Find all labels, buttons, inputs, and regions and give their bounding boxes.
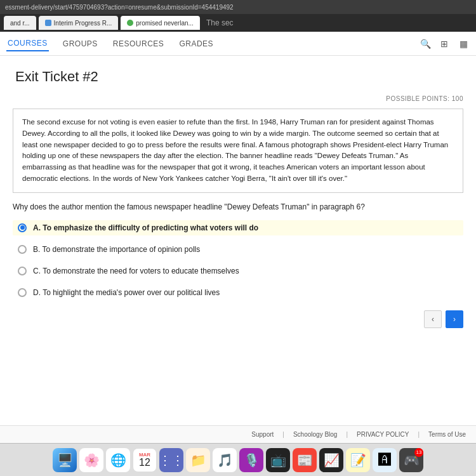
footer-privacy[interactable]: PRIVACY POLICY [357,431,409,438]
nav-item-resources[interactable]: RESOURCES [112,37,166,51]
tab-0[interactable]: and r... [4,16,36,30]
table-icon[interactable]: ▦ [457,37,470,50]
app-nav-right: 🔍 ⊞ ▦ [419,37,470,50]
prev-button[interactable]: ‹ [424,310,442,328]
radio-a[interactable] [18,223,27,232]
choice-d-label: D. To highlight the media's power over o… [33,288,220,297]
choice-d[interactable]: D. To highlight the media's power over o… [13,285,463,300]
footer-div-3: | [418,431,420,438]
footer-div-1: | [282,431,284,438]
radio-b[interactable] [18,245,27,254]
nav-item-courses[interactable]: COURSES [6,36,49,51]
choice-a-label: A. To emphasize the difficulty of predic… [33,223,258,232]
dock-stocks[interactable]: 📈 [319,448,343,472]
dock-podcast[interactable]: 🎙️ [239,448,263,472]
footer-div-2: | [346,431,348,438]
app-navigation: COURSES GROUPS RESOURCES GRADES 🔍 ⊞ ▦ [0,32,476,56]
dock-photos[interactable]: 🌸 [79,448,103,472]
dock-finder[interactable]: 🖥️ [53,448,77,472]
dock-appstore[interactable]: 🅰 [373,448,397,472]
tab-1[interactable]: Interim Progress R... [39,16,119,30]
dock-date-day: 12 [139,458,150,468]
nav-buttons: ‹ › [13,310,463,328]
footer-blog[interactable]: Schoology Blog [293,431,338,438]
choice-b-label: B. To demonstrate the importance of opin… [33,245,200,254]
footer: Support | Schoology Blog | PRIVACY POLIC… [0,425,476,443]
tab-label-2: promised neverlan... [136,20,194,27]
passage-text: The second excuse for not voting is even… [22,118,448,182]
nav-item-groups[interactable]: GROUPS [62,37,99,51]
tab-2[interactable]: promised neverlan... [121,16,200,30]
main-content: Exit Ticket #2 POSSIBLE POINTS: 100 The … [0,56,476,334]
dock-notes[interactable]: 📝 [346,448,370,472]
choice-c[interactable]: C. To demonstrate the need for voters to… [13,263,463,279]
question-text: Why does the author mention the famous n… [13,202,463,213]
dock-folder[interactable]: 📁 [186,448,210,472]
grid-icon[interactable]: ⊞ [438,37,451,50]
tab-label-0: and r... [10,20,30,27]
dock-appletv[interactable]: 📺 [266,448,290,472]
choice-b[interactable]: B. To demonstrate the importance of opin… [13,242,463,257]
dock-gamecontroller[interactable]: 🎮 13 [399,448,423,472]
radio-c[interactable] [18,267,27,275]
choice-c-label: C. To demonstrate the need for voters to… [33,267,239,275]
dock-dots[interactable]: ⋮⋮ [159,448,183,472]
passage-box: The second excuse for not voting is even… [13,109,463,193]
tab-label-1: Interim Progress R... [54,20,112,27]
tab-favicon-1 [45,20,51,26]
choice-a[interactable]: A. To emphasize the difficulty of predic… [13,220,463,235]
dock-badge: 13 [414,448,423,457]
possible-points: POSSIBLE POINTS: 100 [13,95,463,102]
footer-terms[interactable]: Terms of Use [428,431,466,438]
nav-item-grades[interactable]: GRADES [178,37,215,51]
browser-url: essment-delivery/start/4759704693?action… [5,4,234,11]
radio-a-inner [20,225,25,230]
search-icon[interactable]: 🔍 [419,37,432,50]
dock-bar: 🖥️ 🌸 🌐 MAR 12 ⋮⋮ 📁 🎵 🎙️ 📺 📰 📈 📝 🅰 🎮 13 [0,443,476,476]
footer-support[interactable]: Support [251,431,274,438]
tab-favicon-2 [127,20,133,26]
radio-d[interactable] [18,288,27,297]
dock-calendar[interactable]: MAR 12 [133,448,157,472]
answer-choices: A. To emphasize the difficulty of predic… [13,220,463,300]
browser-bar: essment-delivery/start/4759704693?action… [0,0,476,14]
dock-chrome[interactable]: 🌐 [106,448,130,472]
next-button[interactable]: › [446,310,463,328]
page-title: Exit Ticket #2 [13,69,463,85]
dock-news[interactable]: 📰 [293,448,317,472]
tab-bar: and r... Interim Progress R... promised … [0,14,476,32]
tab-right-label: The sec [206,18,234,27]
dock-music[interactable]: 🎵 [213,448,237,472]
